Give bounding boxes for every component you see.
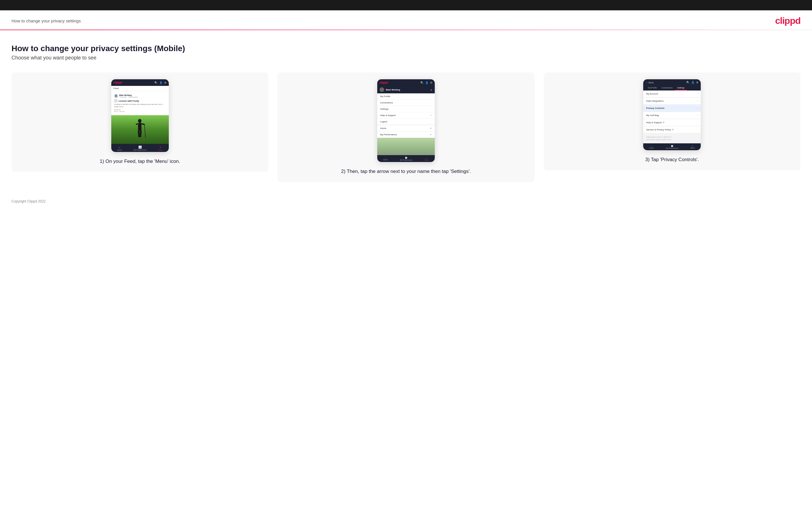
phone1-lesson-desc: Looking to feel like my hands are exitin… (114, 103, 166, 108)
menu-item-settings[interactable]: Settings (377, 106, 435, 112)
phone1-lesson-title: Lesson with Fordy (119, 100, 139, 102)
user-icon-3: 👤 (691, 81, 695, 84)
top-bar (0, 0, 812, 10)
tab-connections[interactable]: Connections (659, 86, 675, 91)
search-icon-3: 🔍 (687, 81, 690, 84)
settings-item-privacy-controls[interactable]: Privacy Controls › (643, 105, 701, 112)
phone1-username: Blair McHarg (119, 94, 138, 96)
phone3-tabs: My Profile Connections Settings (643, 86, 701, 91)
section-item-home[interactable]: Home ▼ (377, 125, 435, 131)
menu-item-help-support[interactable]: Help & Support (377, 112, 435, 119)
phone1-post: 👤 Blair McHarg Yesterday · Sunningdale L… (112, 92, 168, 114)
svg-rect-1 (138, 123, 142, 131)
phone-1-mockup: clippd 🔍 👤 ⚙ Feed 👤 Blair McHarg (111, 79, 169, 152)
settings-icon-2: ⚙ (430, 81, 433, 84)
phone1-nav-performance: 📊 My Performance (134, 146, 146, 151)
phone1-nav-menu[interactable]: ≡ Menu (158, 146, 163, 151)
menu-icon-3: ≡ (692, 145, 693, 147)
phone1-nav-menu-label: Menu (158, 149, 163, 151)
chevron-right-icon-2: › (697, 100, 698, 102)
menu-item-connections[interactable]: Connections (377, 100, 435, 106)
chart-icon-3: 📊 (671, 145, 673, 147)
section-item-performance[interactable]: My Performance ▼ (377, 131, 435, 138)
tab-my-profile[interactable]: My Profile (646, 86, 659, 91)
phone3-bottom-nav: ⌂ Home 📊 My Performance ≡ Menu (643, 143, 701, 150)
chevron-right-icon-4: › (697, 114, 698, 117)
phone3-nav-menu-label: Menu (691, 147, 695, 149)
phone2-chevron-up[interactable]: ▲ (430, 89, 433, 91)
phone2-header: clippd 🔍 👤 ⚙ (377, 79, 435, 86)
phone-2-mockup: clippd 🔍 👤 ⚙ Blair McHarg ▲ (377, 79, 435, 162)
settings-item-my-account[interactable]: My Account › (643, 91, 701, 97)
settings-icon: ⚙ (164, 81, 166, 84)
footer: Copyright Clippd 2022 (0, 193, 812, 209)
phone2-nav-close-label: Menu (424, 159, 429, 161)
menu-item-logout[interactable]: Logout (377, 119, 435, 125)
breadcrumb: How to change your privacy settings (11, 18, 81, 23)
settings-item-help-support[interactable]: Help & Support ↗ (643, 119, 701, 126)
phone2-nav-close[interactable]: ✕ Menu (424, 157, 429, 161)
phone2-nav-home: ⌂ Home (383, 157, 388, 161)
phone2-section-items: Home ▼ My Performance ▼ (377, 125, 435, 138)
phone3-version-info: Clippd Client Version: 2022.8.3-3 SQL Se… (643, 133, 701, 143)
phone3-body: My Account › Data Integrations › Privacy… (643, 91, 701, 143)
data-integrations-label: Data Integrations (646, 100, 664, 102)
section-performance-label: My Performance (380, 133, 397, 136)
my-golf-bag-label: My Golf Bag (646, 114, 659, 117)
home-icon-2: ⌂ (385, 157, 386, 159)
tab-settings[interactable]: Settings (675, 86, 687, 91)
phone2-icons: 🔍 👤 ⚙ (420, 81, 433, 84)
phone2-menu: My Profile Connections Settings Help & S… (377, 93, 435, 125)
chevron-down-icon-2: ▼ (430, 133, 432, 135)
step-1-card: clippd 🔍 👤 ⚙ Feed 👤 Blair McHarg (11, 72, 268, 172)
phone2-username: Blair McHarg (386, 89, 400, 91)
phone3-nav-home: ⌂ Home (649, 145, 654, 149)
phone1-nav-home-label: Home (117, 149, 121, 151)
phone2-nav-performance-label: My Performance (400, 159, 412, 161)
chart-icon: 📊 (138, 146, 142, 149)
phone1-nav-performance-label: My Performance (134, 149, 146, 151)
phone1-logo: clippd (113, 81, 122, 84)
settings-item-data-integrations[interactable]: Data Integrations › (643, 98, 701, 105)
close-icon: ✕ (426, 157, 427, 159)
page-subtitle: Choose what you want people to see (11, 55, 801, 61)
step1-caption: 1) On your Feed, tap the 'Menu' icon. (100, 158, 180, 165)
phone3-header: ← Back 🔍 👤 ⚙ (643, 79, 701, 86)
phone1-lesson-row: Lesson with Fordy (114, 99, 166, 103)
user-icon-2: 👤 (425, 81, 428, 84)
menu-item-my-profile[interactable]: My Profile (377, 93, 435, 100)
svg-line-6 (144, 124, 146, 137)
chart-icon-2: 📊 (405, 157, 407, 159)
section-home-label: Home (380, 127, 386, 129)
phone1-nav-home: ⌂ Home (117, 146, 121, 151)
phone1-duration-value: 01 hr : 30 min (114, 111, 166, 112)
version-sql: SQL Server Version: 2022.7.30-1 (646, 138, 698, 141)
logo: clippd (775, 15, 801, 26)
steps-container: clippd 🔍 👤 ⚙ Feed 👤 Blair McHarg (11, 72, 801, 182)
step-3-card: ← Back 🔍 👤 ⚙ My Profile Connections Sett… (544, 72, 801, 170)
golfer-silhouette (134, 118, 146, 144)
svg-rect-2 (136, 123, 138, 125)
phone1-header: clippd 🔍 👤 ⚙ (111, 79, 169, 86)
phone2-bottom-nav: ⌂ Home 📊 My Performance ✕ Menu (377, 155, 435, 162)
version-client: Clippd Client Version: 2022.8.3-3 (646, 136, 698, 138)
phone1-lesson-icon (114, 99, 117, 103)
phone3-back-button[interactable]: ← Back (646, 81, 654, 84)
settings-item-service-privacy[interactable]: Service & Privacy Policy ↗ (643, 126, 701, 133)
home-icon-3: ⌂ (651, 145, 652, 147)
help-support-label: Help & Support ↗ (646, 121, 664, 124)
phone2-nav-home-label: Home (383, 159, 388, 161)
settings-icon-3: ⚙ (696, 81, 699, 84)
phone-3-mockup: ← Back 🔍 👤 ⚙ My Profile Connections Sett… (643, 79, 701, 150)
privacy-controls-label: Privacy Controls (646, 107, 664, 109)
phone1-icons: 🔍 👤 ⚙ (154, 81, 166, 84)
search-icon: 🔍 (154, 81, 158, 84)
settings-item-my-golf-bag[interactable]: My Golf Bag › (643, 112, 701, 119)
phone3-icons: 🔍 👤 ⚙ (687, 81, 699, 84)
page-title: How to change your privacy settings (Mob… (11, 44, 801, 53)
main-content: How to change your privacy settings (Mob… (0, 30, 812, 193)
phone2-avatar (379, 87, 384, 92)
phone2-nav-performance: 📊 My Performance (400, 157, 412, 161)
phone2-user-row: Blair McHarg (379, 87, 400, 92)
phone3-nav-menu[interactable]: ≡ Menu (691, 145, 695, 149)
